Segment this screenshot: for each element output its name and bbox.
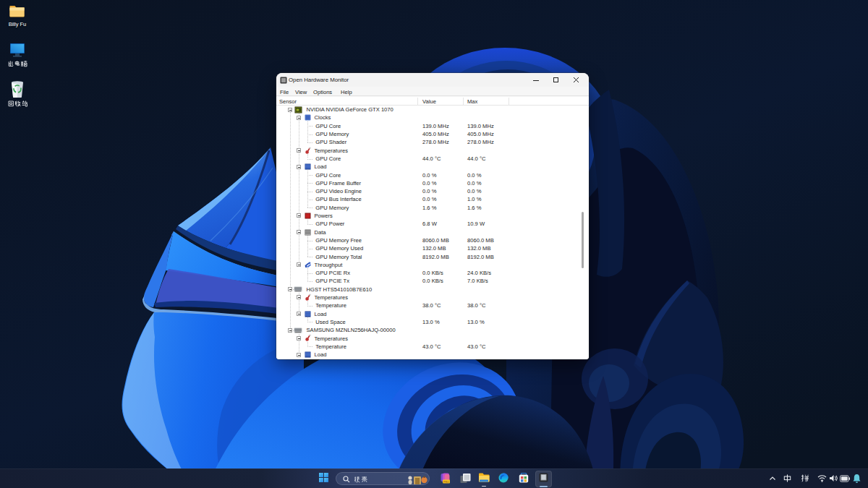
svg-text:PRO: PRO — [443, 481, 449, 484]
